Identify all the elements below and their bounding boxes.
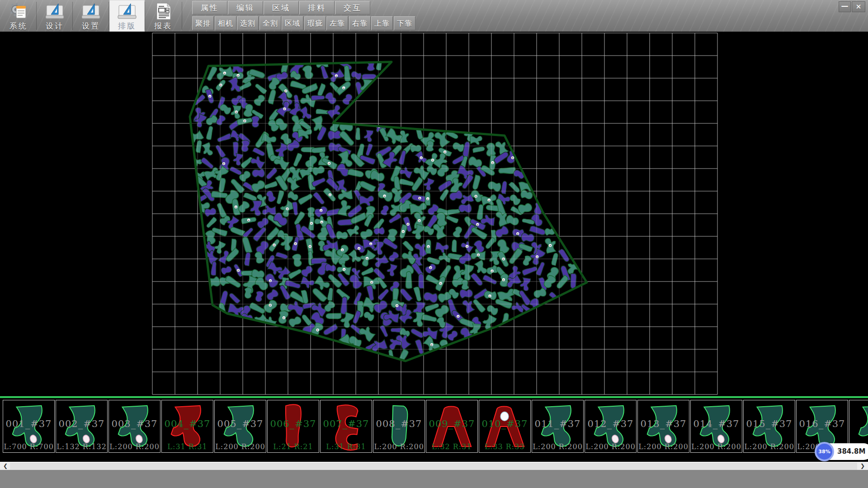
tab-2[interactable]: 编辑 xyxy=(228,1,263,14)
svg-text:d: d xyxy=(295,242,297,245)
scrollbar-thumb[interactable] xyxy=(10,463,857,470)
tab-5[interactable]: 交互 xyxy=(335,1,370,14)
filmstrip-cell-13[interactable]: 013_#37L:200 R:200 xyxy=(637,400,689,453)
piece-thumbnail xyxy=(164,402,212,451)
nav-design-label: 设计 xyxy=(37,21,72,31)
toolbar-button-3[interactable]: 选割 xyxy=(237,16,259,30)
nav-separator xyxy=(36,2,37,30)
nav-design-button[interactable]: 设计 xyxy=(37,0,72,32)
status-bar xyxy=(0,470,868,488)
piece-thumbnail xyxy=(481,402,529,451)
nesting-canvas[interactable]: opqpdopbdpoabaooaboobaqpodpaoqdppoppdaod… xyxy=(0,32,868,397)
svg-text:q: q xyxy=(269,279,271,282)
toolbar-button-8[interactable]: 右靠 xyxy=(349,16,371,30)
svg-text:p: p xyxy=(477,223,479,226)
system-gear-icon xyxy=(9,2,28,21)
scroll-left-icon[interactable]: ❮ xyxy=(1,462,10,470)
nav-system-button[interactable]: 系统 xyxy=(1,0,36,32)
settings-ruler-icon xyxy=(81,2,101,21)
piece-thumbnail xyxy=(322,402,370,451)
filmstrip-cell-2[interactable]: 002_#37L:132 R:132 xyxy=(56,400,108,453)
nav-settings-button[interactable]: 设置 xyxy=(73,0,108,32)
close-button[interactable]: ✕ xyxy=(852,1,865,12)
svg-text:p: p xyxy=(430,266,432,269)
filmstrip-cell-5[interactable]: 005_#37L:200 R:200 xyxy=(214,400,266,453)
filmstrip-cell-6[interactable]: 006_#37L:21 R:21 xyxy=(267,400,319,453)
nav-separator xyxy=(108,2,109,30)
piece-thumbnail xyxy=(111,402,159,451)
toolbar-button-7[interactable]: 左靠 xyxy=(326,16,348,30)
nav-separator xyxy=(182,2,182,30)
svg-text:d: d xyxy=(358,247,360,250)
scroll-right-icon[interactable]: ❯ xyxy=(858,462,867,470)
filmstrip-cell-12[interactable]: 012_#37L:200 R:200 xyxy=(585,400,637,453)
svg-text:q: q xyxy=(475,195,477,198)
filmstrip-cell-11[interactable]: 011_#37L:200 R:200 xyxy=(532,400,584,453)
svg-text:d: d xyxy=(407,223,409,225)
svg-text:p: p xyxy=(488,199,490,202)
tab-4[interactable]: 排料 xyxy=(299,1,335,14)
svg-text:p: p xyxy=(517,232,519,235)
svg-text:b: b xyxy=(223,162,225,165)
report-document-icon xyxy=(153,2,173,21)
svg-text:b: b xyxy=(512,156,514,159)
nav-layout-label: 排版 xyxy=(109,21,145,31)
svg-text:a: a xyxy=(396,304,397,307)
piece-thumbnail xyxy=(428,402,476,451)
memory-usage-label: 384.8M xyxy=(837,447,865,455)
svg-text:a: a xyxy=(283,316,284,319)
nav-system-label: 系统 xyxy=(1,21,36,31)
filmstrip-cell-10[interactable]: 010_#37L:33 R:33 xyxy=(479,400,531,453)
filmstrip-cell-3[interactable]: 003_#37L:200 R:200 xyxy=(108,400,160,453)
svg-text:q: q xyxy=(335,75,337,78)
nav-report-button[interactable]: 报表 xyxy=(146,0,181,32)
svg-text:a: a xyxy=(248,219,250,221)
svg-text:a: a xyxy=(444,150,446,153)
svg-text:a: a xyxy=(492,161,493,164)
piece-thumbnail xyxy=(217,402,264,451)
toolbar-button-9[interactable]: 上靠 xyxy=(371,16,393,30)
filmstrip-cell-15[interactable]: 015_#37L:200 R:200 xyxy=(743,400,795,453)
svg-text:b: b xyxy=(317,328,319,331)
piece-thumbnail xyxy=(534,402,582,451)
svg-text:b: b xyxy=(419,197,421,200)
filmstrip-top-line xyxy=(0,396,868,398)
horizontal-scrollbar[interactable]: ❮ ❯ xyxy=(0,462,868,470)
svg-text:p: p xyxy=(419,219,420,222)
nav-layout-button[interactable]: 排版 xyxy=(109,0,145,32)
tab-3[interactable]: 区域 xyxy=(264,1,299,14)
filmstrip-cell-8[interactable]: 008_#37L:200 R:200 xyxy=(373,400,425,453)
nav-separator xyxy=(145,2,145,30)
filmstrip-cell-9[interactable]: 009_#37L:32 R:31 xyxy=(426,400,478,453)
toolbar-button-4[interactable]: 全割 xyxy=(259,16,281,30)
svg-text:p: p xyxy=(244,119,246,122)
nav-report-label: 报表 xyxy=(146,21,181,31)
svg-text:q: q xyxy=(428,245,429,249)
piece-thumbnail xyxy=(5,402,53,451)
svg-text:p: p xyxy=(209,95,211,98)
toolbar-button-1[interactable]: 聚排 xyxy=(192,16,214,30)
svg-text:q: q xyxy=(366,257,368,260)
filmstrip-cell-14[interactable]: 014_#37L:200 R:200 xyxy=(690,400,742,453)
titlebar: 系统 设计 设置 排版 xyxy=(0,0,868,32)
filmstrip-cell-1[interactable]: 001_#37L:700 R:700 xyxy=(3,400,55,453)
toolbar-button-2[interactable]: 相机 xyxy=(215,16,236,30)
piece-thumbnail xyxy=(640,402,688,451)
toolbar-button-10[interactable]: 下靠 xyxy=(394,16,415,30)
nesting-canvas-area[interactable]: opqpdopbdpoabaooaboobaqpodpaoqdppoppdaod… xyxy=(0,32,868,397)
svg-text:q: q xyxy=(321,221,323,224)
svg-text:p: p xyxy=(237,74,239,77)
piece-thumbnail xyxy=(58,402,106,451)
toolbar-button-5[interactable]: 区域 xyxy=(282,16,303,30)
filmstrip-cell-4[interactable]: 004_#37L:31 R:31 xyxy=(161,400,213,453)
piece-filmstrip: 001_#37L:700 R:700002_#37L:132 R:132003_… xyxy=(0,400,868,454)
svg-text:p: p xyxy=(274,244,275,247)
tab-1[interactable]: 属性 xyxy=(192,1,227,14)
memory-usage-badge: 38% 384.8M xyxy=(816,443,868,460)
minimize-button[interactable]: — xyxy=(839,1,851,12)
piece-thumbnail xyxy=(745,402,793,451)
filmstrip-cell-7[interactable]: 007_#37L:31 R:31 xyxy=(320,400,372,453)
svg-text:d: d xyxy=(284,108,286,110)
toolbar-button-6[interactable]: 瑕疵 xyxy=(304,16,326,30)
svg-text:p: p xyxy=(431,343,433,347)
